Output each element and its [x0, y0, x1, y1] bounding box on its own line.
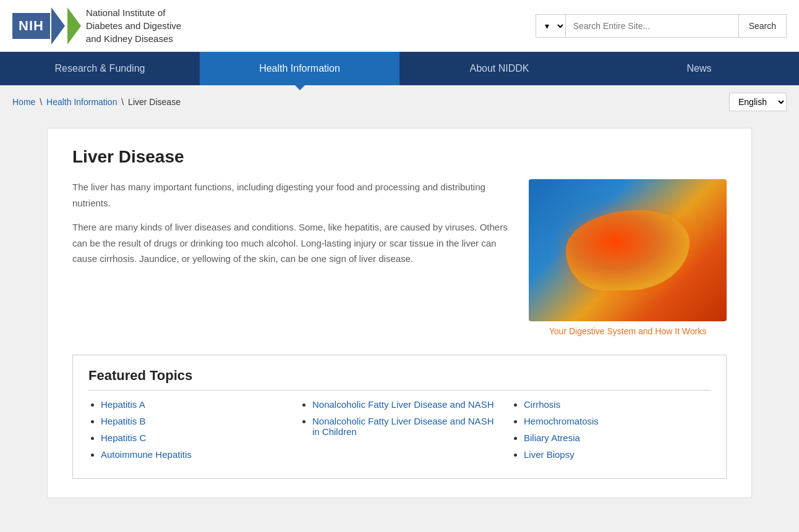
intro-section: The liver has many important functions, …: [72, 179, 727, 336]
list-item: Nonalcoholic Fatty Liver Disease and NAS…: [312, 416, 499, 437]
site-header: NIH National Institute of Diabetes and D…: [0, 0, 799, 52]
liver-image-caption[interactable]: Your Digestive System and How It Works: [529, 326, 727, 336]
nav-about-niddk[interactable]: About NIDDK: [400, 52, 599, 85]
breadcrumb-home[interactable]: Home: [12, 97, 35, 107]
search-area: ▾ Search: [536, 14, 787, 38]
list-item: Biliary Atresia: [524, 433, 711, 443]
nih-text: NIH: [19, 18, 44, 34]
main-nav: Research & Funding Health Information Ab…: [0, 52, 799, 85]
language-dropdown[interactable]: English Español: [729, 93, 787, 111]
intro-text: The liver has many important functions, …: [72, 179, 510, 336]
search-input[interactable]: [566, 14, 739, 38]
topic-autoimmune-hepatitis[interactable]: Autoimmune Hepatitis: [101, 449, 192, 460]
list-item: Hemochromatosis: [524, 416, 711, 426]
topics-col1: Hepatitis A Hepatitis B Hepatitis C Auto…: [88, 399, 288, 466]
featured-topics-title: Featured Topics: [88, 368, 711, 391]
nav-health-information[interactable]: Health Information: [200, 52, 400, 85]
liver-shape-graphic: [566, 210, 690, 290]
topic-liver-biopsy[interactable]: Liver Biopsy: [524, 449, 575, 460]
logo-area: NIH National Institute of Diabetes and D…: [12, 6, 181, 45]
topics-col2: Nonalcoholic Fatty Liver Disease and NAS…: [300, 399, 499, 466]
intro-para2: There are many kinds of liver diseases a…: [72, 219, 510, 267]
intro-para1: The liver has many important functions, …: [72, 179, 510, 211]
topic-nafld-nash-children[interactable]: Nonalcoholic Fatty Liver Disease and NAS…: [312, 416, 494, 437]
nav-news[interactable]: News: [599, 52, 799, 85]
breadcrumb-health-info[interactable]: Health Information: [46, 97, 117, 107]
topics-col3: Cirrhosis Hemochromatosis Biliary Atresi…: [511, 399, 711, 466]
search-button[interactable]: Search: [739, 14, 787, 38]
nih-logo[interactable]: NIH: [12, 13, 50, 39]
liver-image: [529, 179, 727, 321]
topic-hepatitis-b[interactable]: Hepatitis B: [101, 416, 146, 426]
breadcrumb-sep1: \: [40, 97, 45, 107]
list-item: Hepatitis A: [101, 399, 288, 410]
topic-hemochromatosis[interactable]: Hemochromatosis: [524, 416, 599, 426]
list-item: Hepatitis B: [101, 416, 288, 426]
featured-topics-section: Featured Topics Hepatitis A Hepatitis B …: [72, 355, 727, 479]
nih-arrow2-icon: [67, 7, 81, 44]
topic-cirrhosis[interactable]: Cirrhosis: [524, 399, 560, 410]
list-item: Liver Biopsy: [524, 449, 711, 460]
nih-arrow-icon: [51, 7, 65, 44]
list-item: Cirrhosis: [524, 399, 711, 410]
list-item: Nonalcoholic Fatty Liver Disease and NAS…: [312, 399, 499, 410]
list-item: Hepatitis C: [101, 433, 288, 443]
topic-biliary-atresia[interactable]: Biliary Atresia: [524, 433, 580, 443]
liver-image-area: Your Digestive System and How It Works: [529, 179, 727, 336]
search-scope-dropdown[interactable]: ▾: [536, 14, 566, 38]
breadcrumb-bar: Home \ Health Information \ Liver Diseas…: [0, 85, 799, 119]
content-wrapper: Liver Disease The liver has many importa…: [35, 128, 764, 498]
topic-nafld-nash[interactable]: Nonalcoholic Fatty Liver Disease and NAS…: [312, 399, 494, 410]
org-name: National Institute of Diabetes and Diges…: [86, 6, 181, 45]
breadcrumb-current: Liver Disease: [128, 97, 181, 107]
topic-hepatitis-a[interactable]: Hepatitis A: [101, 399, 145, 410]
topics-grid: Hepatitis A Hepatitis B Hepatitis C Auto…: [88, 399, 711, 466]
breadcrumb-sep2: \: [121, 97, 126, 107]
breadcrumb: Home \ Health Information \ Liver Diseas…: [12, 97, 181, 107]
nav-research-funding[interactable]: Research & Funding: [0, 52, 200, 85]
list-item: Autoimmune Hepatitis: [101, 449, 288, 460]
topic-hepatitis-c[interactable]: Hepatitis C: [101, 433, 146, 443]
page-title: Liver Disease: [72, 147, 727, 167]
main-card: Liver Disease The liver has many importa…: [47, 128, 752, 498]
